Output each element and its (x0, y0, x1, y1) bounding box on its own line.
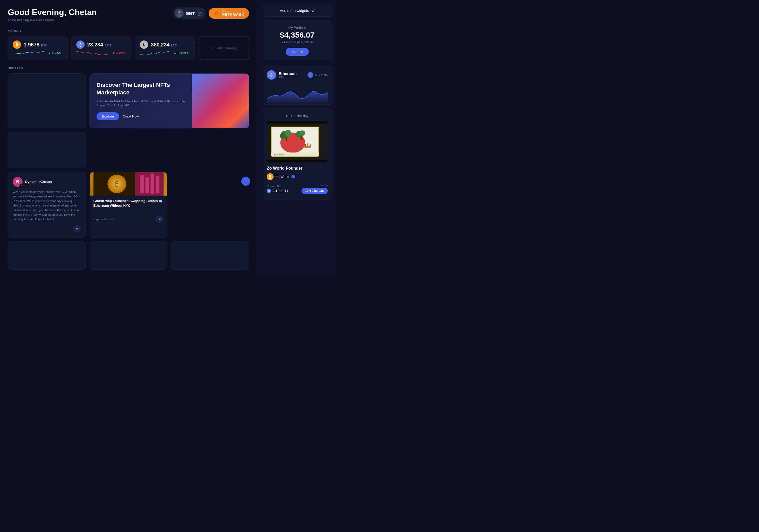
nft-banner-image-gradient (192, 74, 249, 128)
creator-avatar (267, 173, 273, 180)
svg-rect-26 (305, 144, 306, 147)
header-right: 566T ⓘ Connect METAMASK (173, 7, 249, 19)
nft-day-nft-title: Zo World Founder (267, 166, 328, 171)
info-icon[interactable]: ⓘ (197, 11, 202, 16)
header: Good Evening, Chetan some heading text c… (8, 7, 249, 22)
social-card-footer: ♥ (13, 225, 81, 233)
svg-point-2 (177, 14, 181, 17)
svg-rect-28 (309, 144, 310, 147)
news-source: cryptonews.com (94, 218, 114, 221)
ltc-icon: Ł (140, 40, 148, 49)
create-now-button[interactable]: Creat Now (123, 114, 139, 118)
eth-change-value: % - 2.05 (315, 73, 328, 77)
eth-bottom: ▼ -5.23% (76, 50, 126, 56)
nft-banner-title: Discover The Largest NFTs Marketplace (97, 81, 185, 96)
ltc-top: Ł 380.234 LTC (140, 40, 190, 49)
market-card-ltc: Ł 380.234 LTC ▲ +39.69% (135, 36, 195, 60)
nft-day-image: WORLD MAP NFT (267, 121, 328, 162)
carousel-next-button[interactable]: › (241, 177, 250, 186)
nft-banner-desc: If You Are An Artist And Want To Be A Su… (97, 99, 185, 108)
svg-point-20 (280, 133, 285, 139)
x-badge: ✕ (20, 184, 23, 187)
nft-banner-image (192, 74, 249, 128)
add-widgets-icon: ⊕ (312, 9, 315, 13)
add-currency-button[interactable]: + + Add Currency (198, 36, 249, 60)
creator-name: Zo World (276, 175, 289, 179)
news-card: ₿ GhostSwap Launches Swapping Bitcoin to… (90, 172, 168, 238)
empty-card-2 (8, 132, 86, 168)
svg-rect-23 (286, 137, 287, 141)
svg-rect-10 (140, 175, 144, 193)
main-content: Good Evening, Chetan some heading text c… (0, 0, 257, 275)
svg-point-33 (268, 177, 272, 179)
ltc-symbol: LTC (171, 44, 177, 47)
eth-widget-name: Ethereum (279, 71, 297, 76)
nft-creator: Zo World ✓ (267, 173, 328, 180)
user-avatar: B ✕ (13, 177, 22, 187)
news-image: ₿ (90, 172, 167, 196)
add-widgets-button[interactable]: Add more widgets ⊕ (262, 5, 333, 17)
ltc-bottom: ▲ +39.69% (140, 50, 190, 56)
verified-icon: ✓ (292, 175, 295, 178)
empty-card-3 (8, 241, 86, 270)
heart-button[interactable]: ♥ (73, 225, 81, 233)
svg-rect-12 (150, 173, 154, 194)
nft-art-svg: WORLD MAP NFT (267, 121, 328, 162)
bid-eth-icon: ⬡ (267, 189, 271, 193)
ethereum-widget: ⟠ Ethereum ETH ✓ % - 2.05 (262, 65, 333, 105)
news-title: GhostSwap Launches Swapping Bitcoin to E… (94, 199, 164, 208)
main-layout: Good Evening, Chetan some heading text c… (0, 0, 337, 275)
bid-amount-value: 2.10 ETH (272, 189, 288, 193)
svg-point-5 (216, 13, 217, 14)
svg-rect-13 (156, 176, 159, 193)
updates-row2: B ✕ DynamiteChetan When you were partyin… (8, 132, 249, 238)
ltc-price: 380.234 (151, 42, 170, 48)
eth-checkmark-button[interactable]: ✓ (307, 72, 313, 78)
metamask-button[interactable]: Connect METAMASK (209, 8, 249, 19)
add-currency-icon: + (211, 46, 213, 50)
eth-chart-mini (76, 50, 108, 56)
btc-change: ▲ +12,5% (47, 51, 63, 55)
eth-widget-info: Ethereum ETH (279, 71, 297, 79)
svg-text:₿: ₿ (115, 180, 119, 188)
nft-of-day-widget: NFT of the day (262, 108, 333, 200)
nft-banner-card: Discover The Largest NFTs Marketplace If… (90, 73, 249, 128)
bid-row: Current Bid ⬡ 2.10 ETH End In 10H 24M 03… (267, 184, 328, 194)
ltc-change: ▲ +39.69% (172, 51, 190, 55)
explore-button[interactable]: Explore (97, 112, 119, 120)
svg-point-1 (178, 11, 180, 14)
bid-label: Current Bid (267, 185, 288, 188)
token-amount: 566T (186, 11, 195, 16)
metamask-connect-label: Connect (221, 10, 230, 13)
eth-widget-left: ⟠ Ethereum ETH (267, 70, 297, 80)
refresh-button[interactable]: Refersh (286, 48, 309, 56)
svg-rect-27 (307, 143, 308, 147)
btc-icon: ₿ (13, 40, 21, 49)
metamask-name: METAMASK (221, 13, 244, 17)
empty-card-1 (8, 73, 86, 128)
bid-right: End In 10H 24M 03S (301, 184, 328, 194)
market-cards: ₿ 1.9678 BTC ▲ +12,5% ⟠ (8, 36, 249, 60)
market-card-btc: ₿ 1.9678 BTC ▲ +12,5% (8, 36, 68, 60)
eth-value: 23.234 ETH (87, 42, 111, 48)
nft-banner-buttons: Explore Creat Now (97, 112, 185, 120)
portfolio-value: $4,356.07 (267, 31, 328, 39)
nft-banner-content: Discover The Largest NFTs Marketplace If… (90, 74, 192, 128)
header-left: Good Evening, Chetan some heading text c… (8, 7, 97, 22)
eth-symbol: ETH (104, 44, 111, 47)
btc-price: 1.9678 (23, 42, 39, 48)
metamask-text: Connect METAMASK (221, 10, 244, 17)
svg-rect-11 (145, 177, 149, 193)
social-card-header: B ✕ DynamiteChetan (13, 177, 81, 187)
updates-section-label: UPDATES (8, 67, 249, 70)
subheading-text: some heading text comes here (8, 18, 97, 22)
bid-amount: ⬡ 2.10 ETH (267, 189, 288, 193)
news-heart-button[interactable]: ♥ (156, 215, 164, 223)
token-badge: 566T ⓘ (173, 7, 206, 19)
portfolio-date: 7 Nov 2022 At 11:00 Pm (267, 40, 328, 44)
ltc-chart (140, 50, 170, 56)
social-post-text: When you were partying I studied the SVM… (13, 190, 81, 222)
empty-card-4 (90, 241, 168, 270)
ltc-value: 380.234 LTC (151, 42, 177, 48)
timer-badge: 10H 24M 03S (301, 188, 328, 194)
